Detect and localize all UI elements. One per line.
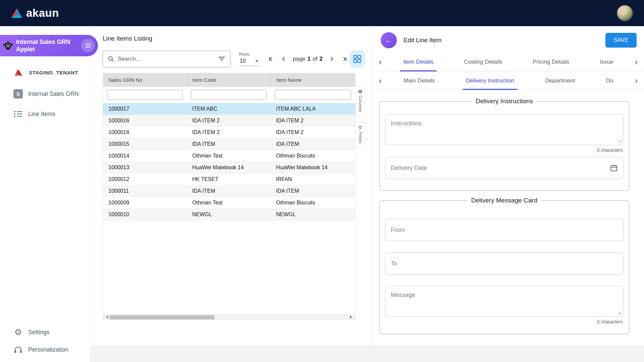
- filter-input-item-code[interactable]: [191, 90, 267, 100]
- horizontal-scrollbar[interactable]: [103, 314, 355, 319]
- tab-costing-details[interactable]: Costing Details: [461, 53, 505, 71]
- table-cell[interactable]: Othman Biscuits: [271, 197, 355, 209]
- sidebar-collapse-button[interactable]: [81, 39, 95, 52]
- table-row[interactable]: 1000015IDA ITEMIDA ITEM: [103, 138, 355, 150]
- message-field[interactable]: [385, 286, 624, 317]
- sidebar-item-personalization[interactable]: Personalization: [0, 345, 90, 354]
- table-cell[interactable]: 1000015: [103, 138, 187, 150]
- last-page-button[interactable]: [339, 54, 350, 64]
- table-cell[interactable]: 1000013: [103, 162, 187, 174]
- first-page-button[interactable]: [266, 54, 276, 64]
- rows-label: Rows: [239, 52, 259, 57]
- table-cell[interactable]: IDA ITEM: [271, 185, 355, 197]
- table-cell[interactable]: HuaWei Matebook 14: [271, 162, 355, 174]
- filter-input-item-name[interactable]: [275, 90, 351, 100]
- table-cell[interactable]: 1000014: [103, 150, 187, 162]
- table-cell[interactable]: 1000011: [103, 185, 187, 197]
- table-body: 1000017ITEM ABCITEM ABC LALA1000016IDA I…: [103, 103, 355, 221]
- table-cell[interactable]: 1000009: [103, 197, 187, 209]
- scroll-left-arrow-icon[interactable]: [105, 315, 108, 319]
- subtabs-scroll-left-button[interactable]: ‹: [373, 72, 388, 90]
- table-cell[interactable]: IDA ITEM 2: [187, 127, 271, 138]
- save-button[interactable]: SAVE: [605, 33, 637, 48]
- tab-main-details[interactable]: Main Details: [400, 72, 438, 90]
- gear-icon: ⚙: [13, 328, 23, 337]
- calendar-icon[interactable]: [610, 164, 618, 172]
- table-row[interactable]: 1000012HK TESETIRFAN: [103, 174, 355, 185]
- table-cell[interactable]: IRFAN: [271, 174, 355, 185]
- to-input[interactable]: [391, 260, 618, 267]
- table-cell[interactable]: Othman Test: [187, 197, 271, 209]
- sidebar-item-module[interactable]: S Internal Sales GRN: [0, 89, 90, 99]
- to-field[interactable]: [385, 252, 624, 275]
- table-cell[interactable]: ITEM ABC LALA: [271, 103, 355, 115]
- table-cell[interactable]: 1000016: [103, 115, 187, 127]
- tab-do[interactable]: Do: [602, 72, 616, 90]
- sidebar-item-line-items[interactable]: Line Items: [0, 110, 90, 118]
- current-page: 1: [307, 56, 310, 62]
- scroll-right-arrow-icon[interactable]: [350, 315, 354, 319]
- table-cell[interactable]: IDA ITEM 2: [271, 115, 355, 127]
- filter-input-sales-grn-no[interactable]: [107, 90, 183, 100]
- column-header-item-code[interactable]: Item Code: [187, 73, 271, 87]
- table-row[interactable]: 1000016IDA ITEM 2IDA ITEM 2: [103, 115, 355, 127]
- table-cell[interactable]: NEWGL: [271, 209, 355, 221]
- table-cell[interactable]: 1000016: [103, 127, 187, 138]
- layout-grid-button[interactable]: [350, 50, 365, 68]
- instructions-field[interactable]: [385, 114, 624, 145]
- table-cell[interactable]: IDA ITEM: [271, 138, 355, 150]
- tab-department[interactable]: Department: [542, 72, 578, 90]
- instructions-textarea[interactable]: [391, 120, 618, 140]
- table-row[interactable]: 1000014Othman TestOthman Biscuits: [103, 150, 355, 162]
- table-cell[interactable]: IDA ITEM: [187, 138, 271, 150]
- subtabs-scroll-right-button[interactable]: ›: [629, 72, 644, 90]
- table-cell[interactable]: IDA ITEM: [187, 185, 271, 197]
- rows-value: 10: [240, 58, 246, 64]
- filters-panel-tab[interactable]: Filters: [356, 122, 365, 147]
- table-cell[interactable]: HuaWei Matebook 14: [187, 162, 271, 174]
- table-cell[interactable]: ITEM ABC: [187, 103, 271, 115]
- prev-page-button[interactable]: [279, 54, 289, 64]
- table-cell[interactable]: IDA ITEM 2: [271, 127, 355, 138]
- table-cell[interactable]: 1000010: [103, 209, 187, 221]
- next-page-button[interactable]: [327, 54, 337, 64]
- delivery-date-field[interactable]: [385, 157, 624, 179]
- tabs-scroll-left-button[interactable]: ‹: [373, 53, 388, 71]
- user-avatar[interactable]: [616, 5, 633, 21]
- message-textarea[interactable]: [391, 292, 618, 312]
- table-cell[interactable]: NEWGL: [187, 209, 271, 221]
- delivery-date-input[interactable]: [391, 165, 610, 172]
- table-row[interactable]: 1000016IDA ITEM 2IDA ITEM 2: [103, 127, 355, 138]
- tab-pricing-details[interactable]: Pricing Details: [529, 53, 573, 71]
- search-input[interactable]: [118, 56, 215, 62]
- filter-list-icon[interactable]: [218, 56, 225, 62]
- column-header-item-name[interactable]: Item Name: [271, 73, 355, 87]
- tab-issue[interactable]: Issue: [596, 53, 617, 71]
- table-row[interactable]: 1000017ITEM ABCITEM ABC LALA: [103, 103, 355, 115]
- tab-delivery-instruction[interactable]: Delivery Instruction: [463, 72, 518, 90]
- table-cell[interactable]: IDA ITEM 2: [187, 115, 271, 127]
- table-cell[interactable]: 1000017: [103, 103, 187, 115]
- table-cell[interactable]: Othman Biscuits: [271, 150, 355, 162]
- sidebar-item-tenant[interactable]: STAGING_TENANT: [0, 68, 90, 78]
- table-row[interactable]: 1000013HuaWei Matebook 14HuaWei Matebook…: [103, 162, 355, 174]
- table-cell[interactable]: 1000012: [103, 174, 187, 185]
- table-cell[interactable]: Othman Test: [187, 150, 271, 162]
- table-cell[interactable]: HK TESET: [187, 174, 271, 185]
- from-input[interactable]: [391, 227, 618, 234]
- table-row[interactable]: 1000010NEWGLNEWGL: [103, 209, 355, 221]
- back-button[interactable]: ←: [381, 32, 397, 48]
- tabs-scroll-right-button[interactable]: ›: [629, 53, 644, 71]
- scrollbar-thumb[interactable]: [110, 315, 214, 319]
- applet-banner[interactable]: Internal Sales GRN Applet: [0, 35, 98, 56]
- rows-per-page-select[interactable]: Rows 10: [239, 52, 259, 66]
- from-field[interactable]: [385, 219, 624, 241]
- tab-item-details[interactable]: Item Details: [400, 53, 437, 71]
- delivery-instructions-legend: Delivery Instructions: [472, 98, 537, 105]
- table-row[interactable]: 1000011IDA ITEMIDA ITEM: [103, 185, 355, 197]
- columns-panel-tab[interactable]: Columns: [356, 86, 365, 116]
- search-box[interactable]: [103, 51, 230, 67]
- sidebar-item-settings[interactable]: ⚙ Settings: [0, 328, 90, 337]
- table-row[interactable]: 1000009Othman TestOthman Biscuits: [103, 197, 355, 209]
- column-header-sales-grn-no[interactable]: Sales GRN No: [103, 73, 187, 87]
